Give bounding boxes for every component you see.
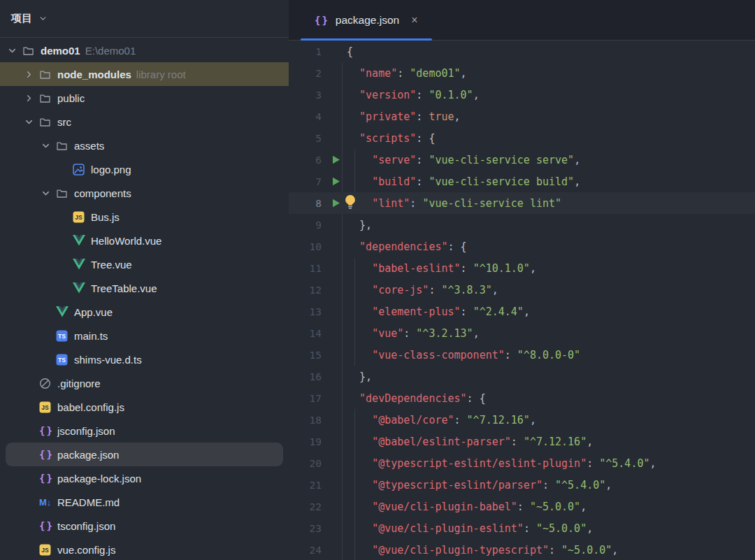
tab-label: package.json [336,14,399,27]
tree-item-node-modules[interactable]: node_moduleslibrary root [0,62,289,86]
code-line-23[interactable]: 23 "@vue/cli-plugin-eslint": "~5.0.0", [289,517,755,539]
js-icon: JS [39,401,55,413]
project-title: 项目 [11,12,32,25]
tree-item-label: shims-vue.d.ts [74,354,142,366]
tree-item-package-lock-json[interactable]: {}package-lock.json [0,466,289,490]
tree-item-label: Tree.vue [91,259,132,271]
tree-item-app-vue[interactable]: App.vue [0,300,289,324]
run-script-button[interactable] [326,155,347,164]
line-number: 15 [289,350,326,361]
json-icon: {} [39,425,55,436]
tree-item-label: .gitignore [57,378,101,389]
tree-item-label: main.ts [74,330,108,342]
tree-item-vue-config-js[interactable]: JSvue.config.js [0,538,289,560]
chevron-down-icon[interactable] [7,45,22,56]
code-line-13[interactable]: 13 "element-plus": "^2.4.4", [289,301,755,322]
tree-item-gitignore[interactable]: .gitignore [0,371,289,395]
line-number: 7 [289,176,326,187]
code-line-7[interactable]: 7 "build": "vue-cli-service build", [289,171,755,192]
tree-item-label: HelloWorld.vue [91,235,161,247]
tree-item-label: package-lock.json [57,473,141,484]
code-text: "element-plus": "^2.4.4", [347,306,530,318]
chevron-down-icon[interactable] [24,117,39,127]
run-script-button[interactable] [326,177,347,186]
code-line-6[interactable]: 6 "serve": "vue-cli-service serve", [289,149,755,171]
code-line-24[interactable]: 24 "@vue/cli-plugin-typescript": "~5.0.0… [289,539,755,560]
tree-item-main-ts[interactable]: TSmain.ts [0,324,289,347]
tree-item-bus-js[interactable]: JSBus.js [0,205,289,229]
tree-item-jsconfig-json[interactable]: {}jsconfig.json [0,419,289,443]
code-line-3[interactable]: 3 "version": "0.1.0", [289,84,755,106]
line-number: 19 [289,436,326,447]
ts-icon: TS [56,354,71,366]
line-number: 4 [289,111,326,122]
tree-item-babel-config-js[interactable]: JSbabel.config.js [0,395,289,419]
tree-item-helloworld-vue[interactable]: HelloWorld.vue [0,229,289,252]
folder-icon [56,187,71,199]
code-line-11[interactable]: 11 "babel-eslint": "^10.1.0", [289,257,755,279]
tree-item-sublabel: E:\demo01 [85,45,136,57]
code-line-9[interactable]: 9 }, [289,214,755,236]
tree-item-package-json[interactable]: {}package.json [6,443,283,466]
code-line-18[interactable]: 18 "@babel/core": "^7.12.16", [289,409,755,431]
json-icon: {} [39,520,55,531]
editor[interactable]: 1{2 "name": "demo01",3 "version": "0.1.0… [289,41,755,560]
tree-item-src[interactable]: src [0,110,289,134]
tree-item-label: public [57,92,85,104]
tree-item-assets[interactable]: assets [0,134,289,157]
chevron-right-icon[interactable] [24,93,39,103]
tree-item-treetable-vue[interactable]: TreeTable.vue [0,276,289,300]
tree-item-shims-vue-d-ts[interactable]: TSshims-vue.d.ts [0,347,289,371]
tree-item-logo-png[interactable]: logo.png [0,157,289,181]
code-line-22[interactable]: 22 "@vue/cli-plugin-babel": "~5.0.0", [289,496,755,517]
svg-text:JS: JS [75,214,82,221]
line-number: 12 [289,285,326,296]
project-tree: demo01E:\demo01node_moduleslibrary rootp… [0,38,289,560]
tab-package-json[interactable]: {} package.json × [301,0,432,40]
lightbulb-icon[interactable] [343,194,357,210]
vue-icon [73,259,88,270]
code-text: "lint": "vue-cli-service lint" [347,197,561,210]
editor-tab-bar: {} package.json × [289,0,755,41]
tree-item-label: App.vue [74,306,113,318]
line-number: 24 [289,545,326,556]
json-icon: {} [39,473,55,484]
tree-item-public[interactable]: public [0,86,289,110]
code-line-21[interactable]: 21 "@typescript-eslint/parser": "^5.4.0"… [289,474,755,496]
tree-item-label: package.json [57,449,119,461]
chevron-right-icon[interactable] [24,69,39,80]
vue-icon [56,306,71,317]
code-line-10[interactable]: 10 "dependencies": { [289,236,755,257]
code-line-2[interactable]: 2 "name": "demo01", [289,62,755,84]
close-icon[interactable]: × [411,14,417,27]
code-text: "vue-class-component": "^8.0.0-0" [347,349,580,361]
tree-item-tsconfig-json[interactable]: {}tsconfig.json [0,514,289,538]
tree-item-label: jsconfig.json [57,425,115,437]
tree-item-readme-md[interactable]: M↓README.md [0,490,289,514]
code-line-16[interactable]: 16 }, [289,366,755,387]
code-text: }, [347,371,372,383]
tree-item-components[interactable]: components [0,181,289,205]
code-line-8[interactable]: 8 "lint": "vue-cli-service lint" [289,192,755,214]
line-number: 3 [289,89,326,101]
code-line-12[interactable]: 12 "core-js": "^3.8.3", [289,279,755,301]
code-line-19[interactable]: 19 "@babel/eslint-parser": "^7.12.16", [289,431,755,452]
folder-icon [39,69,55,80]
chevron-down-icon[interactable] [41,141,56,151]
code-line-17[interactable]: 17 "devDependencies": { [289,387,755,409]
code-line-5[interactable]: 5 "scripts": { [289,127,755,149]
code-line-14[interactable]: 14 "vue": "^3.2.13", [289,322,755,344]
code-line-1[interactable]: 1{ [289,41,755,62]
js-icon: JS [39,544,55,556]
code-text: "@typescript-eslint/eslint-plugin": "^5.… [347,457,656,470]
line-number: 1 [289,46,326,57]
project-panel-header[interactable]: 项目 [0,0,289,38]
code-text: "@typescript-eslint/parser": "^5.4.0", [347,479,612,491]
line-number: 8 [289,198,326,209]
code-line-20[interactable]: 20 "@typescript-eslint/eslint-plugin": "… [289,452,755,474]
code-line-4[interactable]: 4 "private": true, [289,106,755,127]
code-line-15[interactable]: 15 "vue-class-component": "^8.0.0-0" [289,344,755,366]
chevron-down-icon[interactable] [41,188,56,199]
tree-item-demo01[interactable]: demo01E:\demo01 [0,38,289,62]
tree-item-tree-vue[interactable]: Tree.vue [0,252,289,276]
